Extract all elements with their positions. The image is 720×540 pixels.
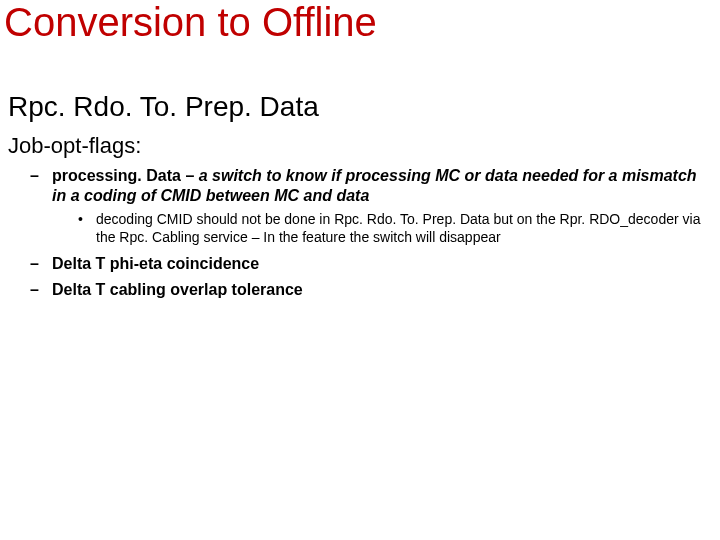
slide-subtitle: Rpc. Rdo. To. Prep. Data (8, 91, 319, 123)
list-item: Delta T cabling overlap tolerance (30, 280, 702, 300)
bullet-list: processing. Data – a switch to know if p… (30, 166, 702, 306)
section-heading: Job-opt-flags: (8, 133, 141, 159)
slide: Conversion to Offline Rpc. Rdo. To. Prep… (0, 0, 720, 540)
bullet-text: Delta T cabling overlap tolerance (52, 281, 303, 298)
sub-bullet-tail: In the feature the switch will disappear (263, 229, 500, 245)
bullet-text: Delta T phi-eta coincidence (52, 255, 259, 272)
sub-list-item: decoding CMID should not be done in Rpc.… (78, 210, 702, 246)
bullet-lead: processing. Data (52, 167, 181, 184)
list-item: Delta T phi-eta coincidence (30, 254, 702, 274)
slide-title: Conversion to Offline (4, 0, 377, 45)
bullet-sep: – (181, 167, 199, 184)
list-item: processing. Data – a switch to know if p… (30, 166, 702, 246)
